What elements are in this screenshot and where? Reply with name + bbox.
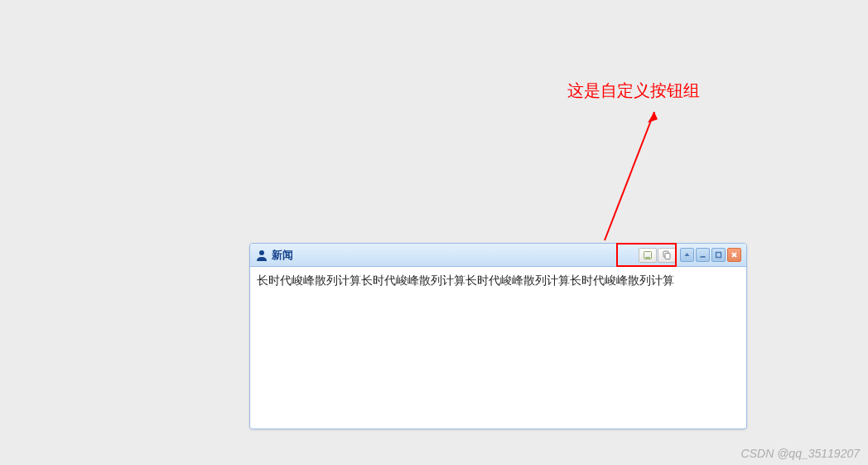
maximize-button[interactable] bbox=[711, 248, 726, 262]
panel-title: 新闻 bbox=[272, 248, 638, 263]
annotation-arrow bbox=[596, 108, 679, 249]
svg-rect-4 bbox=[645, 257, 650, 259]
annotation-label: 这是自定义按钮组 bbox=[567, 80, 700, 102]
svg-rect-9 bbox=[716, 253, 721, 258]
collapse-button[interactable] bbox=[680, 248, 694, 262]
panel-tools bbox=[638, 247, 741, 264]
svg-rect-6 bbox=[665, 253, 670, 259]
svg-point-2 bbox=[259, 250, 264, 255]
news-panel: 新闻 bbox=[249, 243, 747, 429]
custom-tool-1[interactable] bbox=[639, 248, 657, 263]
custom-tool-2[interactable] bbox=[658, 248, 676, 263]
user-icon bbox=[255, 249, 268, 262]
panel-body: 长时代峻峰散列计算长时代峻峰散列计算长时代峻峰散列计算长时代峻峰散列计算 bbox=[250, 267, 746, 429]
panel-content-text: 长时代峻峰散列计算长时代峻峰散列计算长时代峻峰散列计算长时代峻峰散列计算 bbox=[257, 272, 740, 289]
svg-marker-1 bbox=[648, 112, 658, 123]
panel-header: 新闻 bbox=[250, 244, 746, 267]
svg-line-0 bbox=[605, 112, 654, 240]
watermark: CSDN @qq_35119207 bbox=[741, 447, 860, 460]
minimize-button[interactable] bbox=[696, 248, 710, 262]
custom-tools-group bbox=[638, 247, 677, 264]
svg-rect-8 bbox=[701, 256, 706, 258]
close-button[interactable] bbox=[727, 248, 741, 262]
svg-marker-7 bbox=[685, 253, 690, 256]
